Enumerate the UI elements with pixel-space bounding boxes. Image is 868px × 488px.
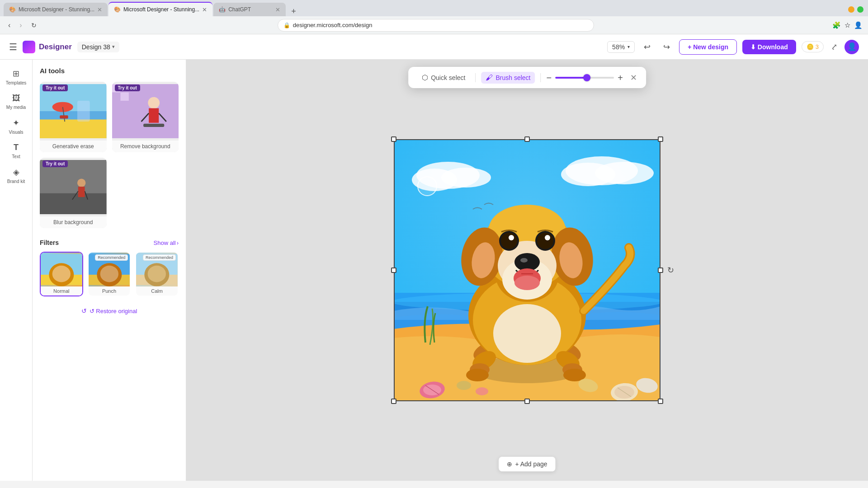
design-name-text: Design 38: [82, 43, 110, 51]
tab3-close[interactable]: ✕: [275, 6, 280, 13]
window-minimize[interactable]: [848, 6, 854, 13]
logo-text: Designer: [39, 42, 72, 52]
sidebar-icons: ⊞ Templates 🖼 My media ✦ Visuals T Text …: [0, 60, 33, 481]
brush-select-button[interactable]: 🖌 Brush select: [481, 72, 535, 84]
browser-tab-2[interactable]: 🎨 Microsoft Designer - Stunning... ✕: [108, 2, 212, 16]
handle-mr[interactable]: [658, 267, 663, 273]
my-media-label: My media: [6, 105, 26, 110]
blur-background-card[interactable]: Try it out Blur background: [40, 158, 107, 228]
restore-original-button[interactable]: ↺ ↺ Restore original: [40, 304, 179, 318]
browser-favorites[interactable]: ☆: [844, 21, 850, 29]
new-design-button[interactable]: + New design: [679, 39, 737, 55]
toolbar-divider: [475, 73, 476, 82]
svg-point-39: [441, 168, 491, 188]
browser-tab-1[interactable]: 🎨 Microsoft Designer - Stunning... ✕: [4, 3, 108, 16]
svg-point-27: [52, 266, 71, 282]
filter-normal[interactable]: Normal: [40, 252, 83, 296]
tab1-title: Microsoft Designer - Stunning...: [19, 6, 94, 13]
points-value: 3: [816, 43, 819, 50]
sidebar-item-visuals[interactable]: ✦ Visuals: [2, 114, 31, 138]
handle-tl[interactable]: [391, 136, 396, 142]
left-panel: AI tools: [33, 60, 186, 481]
svg-rect-13: [149, 108, 159, 123]
filter-punch-image: Recommended: [89, 253, 130, 286]
visuals-icon: ✦: [13, 118, 19, 128]
new-tab-btn[interactable]: +: [287, 7, 301, 16]
address-bar[interactable]: 🔒 designer.microsoft.com/design: [278, 19, 594, 32]
try-badge-blur: Try it out: [42, 160, 68, 167]
filter-calm[interactable]: Recommended Calm: [135, 252, 179, 296]
window-maximize[interactable]: [857, 6, 863, 13]
redo-button[interactable]: ↪: [660, 40, 674, 54]
browser-extensions[interactable]: 🧩: [832, 21, 841, 29]
handle-br[interactable]: [658, 399, 663, 404]
zoom-control[interactable]: 58% ▾: [607, 41, 635, 53]
svg-rect-11: [120, 93, 128, 101]
templates-label: Templates: [6, 80, 27, 85]
handle-ml[interactable]: [391, 267, 396, 273]
blur-background-label: Blur background: [40, 216, 107, 228]
sidebar-item-brand-kit[interactable]: ◈ Brand kit: [2, 164, 31, 188]
nav-reload[interactable]: ↻: [28, 21, 39, 30]
visuals-label: Visuals: [9, 130, 23, 135]
browser-profile[interactable]: 👤: [854, 21, 863, 29]
app-body: ⊞ Templates 🖼 My media ✦ Visuals T Text …: [0, 60, 868, 481]
handle-bm[interactable]: [524, 399, 530, 404]
sidebar-item-text[interactable]: T Text: [2, 139, 31, 163]
app: ☰ Designer Design 38 ▾ 58% ▾ ↩ ↪ + New d…: [0, 34, 868, 481]
show-all-chevron: ›: [177, 239, 179, 246]
tab3-favicon: 🤖: [219, 6, 226, 13]
filters-grid: Normal Recommended: [40, 252, 179, 296]
svg-point-83: [457, 381, 471, 390]
svg-rect-2: [40, 111, 107, 119]
nav-back[interactable]: ‹: [5, 20, 13, 30]
nav-forward[interactable]: ›: [17, 20, 24, 30]
svg-rect-21: [78, 187, 85, 197]
quick-select-button[interactable]: ⬡ Quick select: [417, 71, 470, 84]
filter-punch[interactable]: Recommended Punch: [88, 252, 131, 296]
design-name-container[interactable]: Design 38 ▾: [77, 42, 119, 52]
design-name-chevron: ▾: [112, 44, 115, 50]
rotate-handle[interactable]: ↻: [667, 265, 674, 275]
tab2-close[interactable]: ✕: [202, 6, 207, 13]
show-all-link[interactable]: Show all ›: [154, 239, 179, 246]
brush-size-plus[interactable]: +: [618, 73, 623, 82]
browser-tab-3[interactable]: 🤖 ChatGPT ✕: [213, 3, 286, 16]
generative-erase-card[interactable]: Try it out Generative erase: [40, 82, 107, 152]
tab1-close[interactable]: ✕: [97, 6, 102, 13]
svg-point-79: [514, 276, 540, 290]
add-page-button[interactable]: ⊕ + Add page: [498, 456, 556, 472]
remove-background-label: Remove background: [112, 141, 179, 152]
sidebar-item-my-media[interactable]: 🖼 My media: [2, 90, 31, 113]
svg-point-74: [511, 237, 514, 239]
share-button[interactable]: ⤤: [829, 40, 839, 53]
canvas-image[interactable]: [394, 139, 660, 401]
handle-tm[interactable]: [524, 136, 530, 142]
brush-size-control: − +: [546, 73, 623, 82]
handle-bl[interactable]: [391, 399, 396, 404]
brush-size-minus[interactable]: −: [546, 73, 552, 82]
undo-button[interactable]: ↩: [640, 40, 654, 54]
download-button[interactable]: ⬇ Download: [742, 40, 796, 54]
remove-background-card[interactable]: Try it out Remove background: [112, 82, 179, 152]
points-badge: 🪙 3: [802, 41, 824, 52]
generative-erase-image: Try it out: [40, 82, 107, 141]
toolbar-close[interactable]: ✕: [630, 73, 637, 83]
filter-calm-label: Calm: [136, 286, 178, 296]
blur-background-image: Try it out: [40, 158, 107, 216]
handle-tr[interactable]: [658, 136, 663, 142]
brush-size-slider[interactable]: [555, 77, 614, 79]
svg-point-87: [476, 387, 488, 395]
filters-section: Filters Show all ›: [40, 239, 179, 318]
profile-button[interactable]: 👤: [844, 40, 859, 54]
sidebar-item-templates[interactable]: ⊞ Templates: [2, 65, 31, 89]
show-all-label: Show all: [154, 239, 176, 246]
tab3-title: ChatGPT: [228, 6, 273, 13]
hamburger-menu[interactable]: ☰: [9, 42, 17, 52]
toolbar-divider2: [540, 73, 541, 82]
tab2-title: Microsoft Designer - Stunning...: [123, 6, 199, 13]
svg-point-52: [493, 304, 561, 363]
svg-rect-16: [143, 124, 164, 127]
try-badge-generative: Try it out: [42, 84, 68, 91]
restore-label: ↺ Restore original: [90, 308, 137, 314]
